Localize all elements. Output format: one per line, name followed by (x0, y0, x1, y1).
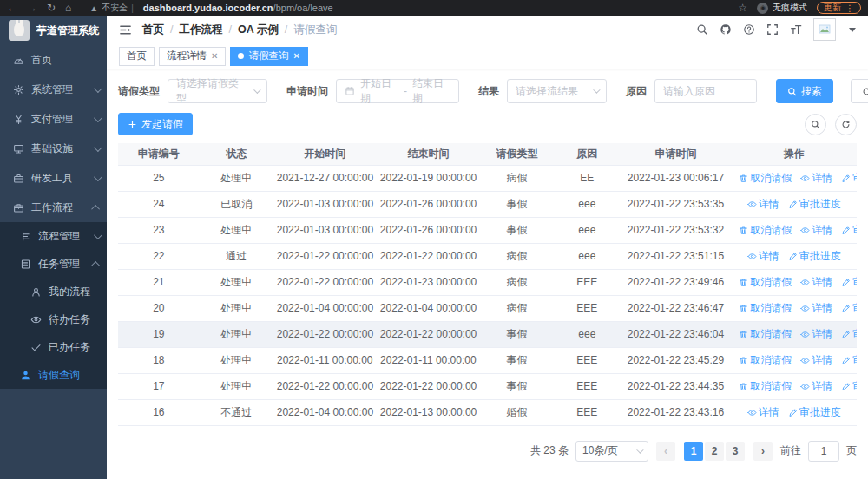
sidebar: 芋道管理系统 首页系统管理支付管理基础设施研发工具工作流程流程管理任务管理我的流… (0, 16, 107, 479)
cell-end-time: 2022-01-11 00:00:00 (377, 347, 480, 373)
cancel-leave-link[interactable]: 取消请假 (739, 353, 792, 368)
table-row[interactable]: 21处理中2022-01-22 00:00:002022-01-23 00:00… (118, 269, 857, 295)
detail-link[interactable]: 详情 (747, 249, 779, 264)
sidebar-item-流程管理[interactable]: 流程管理 (0, 222, 107, 250)
table-row[interactable]: 17处理中2022-01-22 00:00:002022-01-22 00:00… (118, 373, 857, 399)
toggle-search-button[interactable] (805, 114, 826, 135)
approval-progress-link[interactable]: 审批进度 (841, 171, 857, 186)
user-avatar[interactable] (813, 18, 836, 41)
browser-back-icon[interactable]: ← (7, 3, 17, 13)
goto-page-input[interactable] (808, 441, 839, 462)
search-button[interactable]: 搜索 (776, 79, 833, 103)
cancel-leave-link[interactable]: 取消请假 (739, 327, 792, 342)
reason-input[interactable] (654, 79, 757, 103)
fullscreen-icon[interactable] (766, 23, 779, 36)
page-number-button[interactable]: 1 (684, 442, 703, 461)
address-bar[interactable]: dashboard.yudao.iocoder.cn/bpm/oa/leave (143, 3, 333, 13)
detail-link[interactable]: 详情 (800, 171, 832, 186)
approval-progress-link[interactable]: 审批进度 (788, 405, 841, 420)
table-toolbar: 发起请假 (118, 113, 857, 135)
detail-link[interactable]: 详情 (800, 275, 832, 290)
site-security-warning[interactable]: ▲ 不安全 | (89, 2, 134, 14)
approval-progress-link[interactable]: 审批进度 (841, 353, 857, 368)
detail-link[interactable]: 详情 (800, 327, 832, 342)
browser-forward-icon[interactable]: → (27, 3, 37, 13)
sidebar-item-任务管理[interactable]: 任务管理 (0, 250, 107, 278)
detail-link[interactable]: 详情 (800, 353, 832, 368)
create-leave-button[interactable]: 发起请假 (118, 113, 193, 135)
cancel-leave-link[interactable]: 取消请假 (739, 171, 792, 186)
tag-tab-首页[interactable]: 首页 (119, 47, 155, 66)
table-row[interactable]: 20处理中2022-01-04 00:00:002022-01-04 00:00… (118, 295, 857, 321)
table-row[interactable]: 22通过2022-01-22 00:00:002022-01-22 00:00:… (118, 243, 857, 269)
breadcrumb-item[interactable]: 首页 (142, 23, 164, 37)
sidebar-item-研发工具[interactable]: 研发工具 (0, 163, 107, 193)
sidebar-item-系统管理[interactable]: 系统管理 (0, 75, 107, 104)
table-row[interactable]: 19处理中2022-01-22 00:00:002022-01-22 00:00… (118, 321, 857, 347)
table-row[interactable]: 23处理中2022-01-03 00:00:002022-01-26 00:00… (118, 217, 857, 243)
cancel-leave-link[interactable]: 取消请假 (739, 275, 792, 290)
cancel-leave-link[interactable]: 取消请假 (739, 379, 792, 394)
leave-type-select[interactable]: 请选择请假类型 (168, 79, 267, 103)
detail-link[interactable]: 详情 (747, 197, 779, 212)
browser-update-button[interactable]: 更新 ⋮ (817, 2, 861, 14)
close-icon[interactable]: ✕ (293, 52, 299, 61)
cancel-leave-link[interactable]: 取消请假 (739, 301, 792, 316)
bookmark-star-icon[interactable]: ☆ (738, 3, 747, 13)
detail-link[interactable]: 详情 (800, 223, 832, 238)
avatar-dropdown-caret-icon[interactable] (849, 28, 856, 32)
sidebar-item-已办任务[interactable]: 已办任务 (0, 333, 107, 361)
cell-id: 20 (118, 295, 200, 321)
hamburger-icon[interactable] (119, 23, 132, 36)
tag-tab-请假查询[interactable]: 请假查询✕ (230, 47, 307, 66)
page-size-select[interactable]: 10条/页 (575, 441, 648, 462)
search-icon[interactable] (696, 23, 708, 36)
breadcrumb-item[interactable]: OA 示例 (238, 23, 279, 37)
sidebar-item-支付管理[interactable]: 支付管理 (0, 104, 107, 134)
approval-progress-link[interactable]: 审批进度 (788, 197, 841, 212)
fontsize-icon[interactable] (790, 23, 802, 36)
result-select[interactable]: 请选择流结果 (507, 79, 607, 103)
breadcrumb-item[interactable]: 工作流程 (179, 23, 222, 37)
sidebar-item-首页[interactable]: 首页 (0, 45, 107, 75)
sidebar-item-基础设施[interactable]: 基础设施 (0, 134, 107, 163)
sidebar-logo-row[interactable]: 芋道管理系统 (0, 16, 107, 45)
page-number-button[interactable]: 2 (705, 442, 724, 461)
sidebar-item-请假查询[interactable]: 请假查询 (0, 361, 107, 389)
apply-time-range-picker[interactable]: 开始日期 - 结束日期 (336, 79, 459, 103)
next-page-button[interactable]: › (753, 442, 773, 461)
table-row[interactable]: 16不通过2022-01-04 00:00:002022-01-13 00:00… (118, 399, 857, 425)
cancel-leave-link[interactable]: 取消请假 (739, 223, 792, 238)
sidebar-item-待办任务[interactable]: 待办任务 (0, 305, 107, 333)
approval-progress-link[interactable]: 审批进度 (841, 275, 857, 290)
detail-link[interactable]: 详情 (800, 301, 832, 316)
prev-page-button[interactable]: ‹ (656, 442, 675, 461)
sidebar-item-我的流程[interactable]: 我的流程 (0, 278, 107, 305)
approval-progress-link[interactable]: 审批进度 (841, 327, 857, 342)
eye-icon (30, 314, 42, 325)
detail-link[interactable]: 详情 (800, 379, 832, 394)
table-row[interactable]: 24已取消2022-01-03 00:00:002022-01-26 00:00… (118, 191, 857, 217)
github-icon[interactable] (720, 23, 732, 36)
table-row[interactable]: 25处理中2021-12-27 00:00:002022-01-19 00:00… (118, 165, 857, 191)
browser-menu-icon[interactable]: ⋮ (845, 3, 854, 13)
page-number-button[interactable]: 3 (726, 442, 745, 461)
detail-link[interactable]: 详情 (747, 405, 779, 420)
browser-reload-icon[interactable]: ↻ (47, 3, 56, 13)
cell-actions: 取消请假详情审批进度 (731, 295, 857, 321)
approval-progress-link[interactable]: 审批进度 (788, 249, 841, 264)
close-icon[interactable]: ✕ (211, 52, 218, 61)
cell-status: 处理中 (200, 373, 273, 399)
approval-progress-link[interactable]: 审批进度 (841, 301, 857, 316)
pen-icon (841, 330, 851, 339)
browser-home-icon[interactable]: ⌂ (65, 3, 71, 13)
sidebar-item-工作流程[interactable]: 工作流程 (0, 193, 107, 222)
approval-progress-link[interactable]: 审批进度 (841, 379, 857, 394)
reset-button[interactable]: 重置 (851, 79, 868, 103)
tag-tab-流程详情[interactable]: 流程详情✕ (159, 47, 226, 66)
sidebar-item-label: 工作流程 (31, 200, 94, 215)
table-row[interactable]: 18处理中2022-01-11 00:00:002022-01-11 00:00… (118, 347, 857, 373)
refresh-table-button[interactable] (835, 114, 857, 135)
approval-progress-link[interactable]: 审批进度 (841, 223, 857, 238)
question-icon[interactable] (743, 23, 755, 36)
